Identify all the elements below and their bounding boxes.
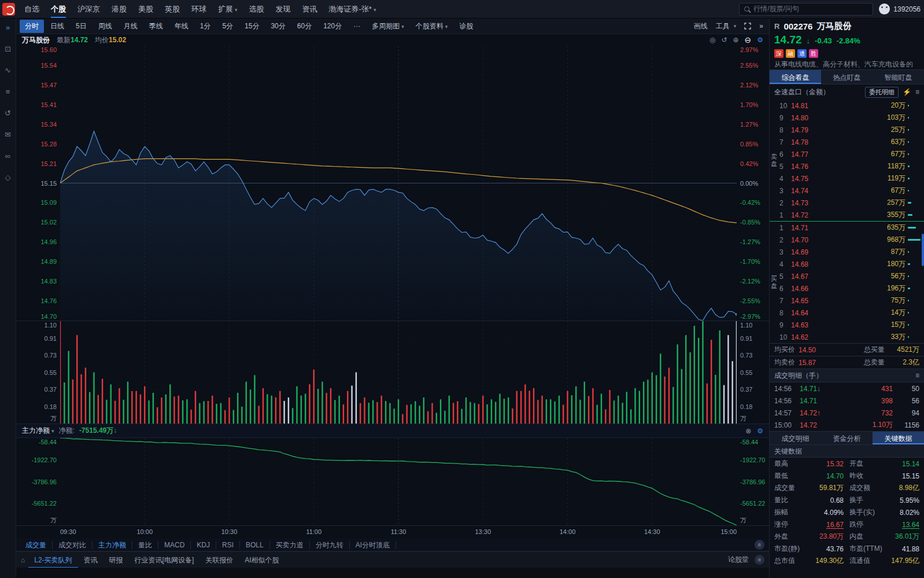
zoom-in-icon[interactable]: ⊕	[733, 36, 738, 44]
period-tab-6[interactable]: 年线	[169, 20, 194, 33]
detail-tab-2[interactable]: 关键数据	[873, 432, 924, 444]
home-icon[interactable]: ⌂	[21, 556, 25, 564]
netflow-plot[interactable]	[60, 438, 737, 525]
key-data-value[interactable]: 13.64	[886, 521, 919, 529]
message-icon[interactable]: ✉	[5, 130, 11, 139]
bid-3[interactable]: 314.6987万	[778, 246, 924, 258]
panel-tab-2[interactable]: 智能盯盘	[873, 70, 924, 84]
menu-extensions[interactable]: 扩展▾	[212, 0, 243, 19]
bid-1[interactable]: 114.71635万	[778, 222, 924, 234]
indicator-tab-2[interactable]: 主力净额	[93, 541, 132, 549]
netflow-indicator-dropdown[interactable]: 主力净额▾	[22, 426, 54, 436]
period-tab-5[interactable]: 季线	[144, 20, 168, 33]
panel-tab-1[interactable]: 热点盯盘	[821, 70, 873, 84]
refresh-icon[interactable]: ↺	[721, 36, 727, 44]
bid-10[interactable]: 1014.6233万	[778, 331, 924, 343]
period-tab-4[interactable]: 月线	[119, 20, 143, 33]
bid-9[interactable]: 914.6315万	[778, 319, 924, 331]
news-list-icon[interactable]: ≡	[6, 87, 10, 96]
price-plot[interactable]	[60, 46, 737, 321]
trade-row[interactable]: 14:5614.7139856	[770, 395, 924, 407]
indicator-tab-9[interactable]: 分时九转	[310, 541, 350, 549]
forum-link[interactable]: 论股堂	[728, 555, 749, 565]
detail-tab-1[interactable]: 资金分析	[821, 432, 873, 444]
bottom-tab-0[interactable]: L2-买卖队列	[28, 552, 77, 568]
ask-8[interactable]: 814.7925万	[778, 124, 924, 136]
panel-tab-0[interactable]: 综合看盘	[770, 70, 821, 84]
ask-5[interactable]: 514.76118万	[778, 160, 924, 172]
menu-hu-shen-jing[interactable]: 沪深京	[72, 0, 106, 19]
menu-global[interactable]: 环球	[186, 0, 212, 19]
multi-period-dropdown[interactable]: 多周期图▾	[367, 20, 409, 33]
period-tab-11[interactable]: 60分	[292, 20, 317, 33]
indicator-tab-8[interactable]: 买卖力道	[270, 541, 310, 549]
menu-news[interactable]: 资讯	[297, 0, 323, 19]
ask-2[interactable]: 214.73257万	[778, 197, 924, 209]
stock-info-dropdown[interactable]: 个股资料▾	[411, 20, 453, 33]
ask-10[interactable]: 1014.8120万	[778, 100, 924, 112]
menu-hk[interactable]: 港股	[106, 0, 132, 19]
ask-9[interactable]: 914.80103万	[778, 112, 924, 124]
draw-line-button[interactable]: 画线	[694, 21, 708, 31]
diagnose-button[interactable]: 诊股	[454, 20, 478, 33]
menu-icon[interactable]: ≡	[915, 88, 919, 96]
bid-7[interactable]: 714.6575万	[778, 294, 924, 307]
more-periods-button[interactable]: ···	[348, 20, 365, 32]
bottom-tab-4[interactable]: 关联报价	[199, 552, 239, 568]
bottom-tab-2[interactable]: 研报	[104, 552, 129, 568]
ask-3[interactable]: 314.7467万	[778, 185, 924, 197]
app-logo[interactable]	[2, 3, 15, 16]
close-circle-icon[interactable]: ⊗	[745, 427, 751, 435]
sync-icon[interactable]: ↺	[5, 109, 11, 117]
menu-stocks[interactable]: 个股	[45, 0, 72, 19]
detail-tab-0[interactable]: 成交明细	[770, 432, 821, 444]
indicator-tab-3[interactable]: 量比	[132, 541, 158, 549]
period-tab-12[interactable]: 120分	[318, 20, 347, 33]
period-tab-0[interactable]: 分时	[20, 20, 44, 33]
monitor-icon[interactable]: ⊡	[5, 45, 11, 53]
pulse-icon[interactable]: ∿	[5, 66, 11, 75]
link-icon[interactable]: ∞	[5, 152, 10, 160]
menu-favorites[interactable]: 自选	[19, 0, 45, 19]
menu-screener[interactable]: 选股	[243, 0, 270, 19]
menu-icon[interactable]: ≡	[915, 371, 919, 380]
collapse-right-icon[interactable]: »	[759, 22, 763, 30]
bid-2[interactable]: 214.70968万	[778, 234, 924, 246]
trade-row[interactable]: 14:5714.72↑73294	[770, 407, 924, 419]
tools-dropdown[interactable]: 工具▾	[716, 21, 737, 31]
indicator-tab-7[interactable]: BOLL	[240, 541, 270, 549]
indicator-tab-5[interactable]: KDJ	[191, 541, 216, 549]
settings-gear-icon[interactable]: ⚙	[757, 36, 763, 44]
period-tab-1[interactable]: 日线	[45, 20, 69, 33]
menu-broker-account[interactable]: 渤海证券-张*▾	[323, 0, 382, 19]
key-data-value[interactable]: 16.67	[805, 521, 844, 529]
indicator-tab-6[interactable]: RSI	[216, 541, 240, 549]
user-account[interactable]: 1392056	[879, 3, 921, 14]
bid-5[interactable]: 514.6756万	[778, 270, 924, 282]
trade-row[interactable]: 15:0014.721.10万1156	[770, 419, 924, 431]
menu-discover[interactable]: 发现	[270, 0, 297, 19]
period-tab-8[interactable]: 5分	[217, 20, 238, 33]
period-tab-7[interactable]: 1分	[195, 20, 216, 33]
trade-row[interactable]: 14:5614.71↓43150	[770, 382, 924, 395]
tag-icon[interactable]: ◇	[5, 173, 11, 182]
indicator-tab-10[interactable]: AI分时顶底	[350, 541, 396, 549]
ask-6[interactable]: 614.7767万	[778, 148, 924, 160]
lightning-icon[interactable]: ⚡	[903, 88, 911, 96]
ask-1[interactable]: 114.72355万	[778, 209, 924, 221]
bid-4[interactable]: 414.68180万	[778, 258, 924, 270]
bottom-tab-1[interactable]: 资讯	[78, 552, 104, 568]
settings-gear-icon[interactable]: ⚙	[757, 427, 763, 435]
order-detail-button[interactable]: 委托明细	[865, 87, 899, 98]
volume-plot[interactable]	[60, 321, 737, 424]
indicator-tab-1[interactable]: 成交对比	[53, 541, 93, 549]
search-box[interactable]: 行情/股票/问句	[739, 3, 873, 16]
bottom-tab-5[interactable]: AI相似个股	[239, 552, 284, 568]
fullscreen-icon[interactable]	[744, 23, 751, 30]
period-tab-9[interactable]: 15分	[239, 20, 264, 33]
bid-8[interactable]: 814.6414万	[778, 307, 924, 319]
ask-7[interactable]: 714.7863万	[778, 136, 924, 148]
bottom-tab-3[interactable]: 行业资讯[电网设备]	[129, 552, 200, 568]
indicator-tab-4[interactable]: MACD	[158, 541, 191, 549]
period-tab-3[interactable]: 周线	[93, 20, 117, 33]
